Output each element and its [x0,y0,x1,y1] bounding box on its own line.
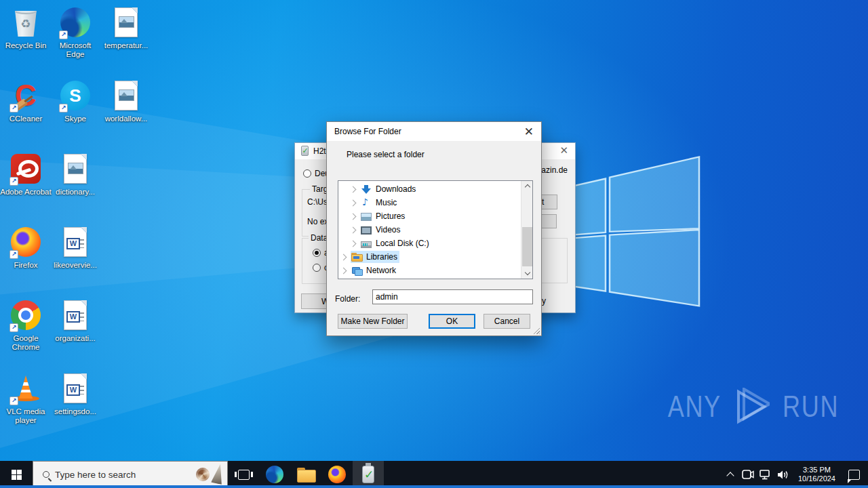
tree-item-videos[interactable]: Videos [338,223,532,237]
radio-icon[interactable] [303,169,311,178]
desktop-icon-recycle-bin[interactable]: ♻ Recycle Bin [0,5,52,50]
desktop-icon-worldallow[interactable]: worldallow... [100,79,152,123]
tree-scrollbar[interactable] [521,181,532,279]
taskbar-file-explorer-button[interactable] [290,461,321,488]
dialog-close-icon[interactable]: ✕ [524,125,534,139]
radio-selected-icon[interactable] [313,249,321,257]
search-highlight-shells-image[interactable] [196,464,224,485]
watermark-text-any: ANY [668,390,722,424]
scroll-down-icon[interactable] [521,268,533,279]
search-icon [43,471,50,478]
folder-label: Folder: [335,294,360,304]
tree-item-downloads[interactable]: Downloads [338,182,532,196]
tree-item-pictures[interactable]: Pictures [338,209,532,223]
action-center-button[interactable] [842,461,865,488]
desktop-icon-label: Firefox [0,261,52,270]
videos-icon [361,226,372,235]
resize-grip[interactable] [533,327,540,334]
ethernet-icon [760,470,771,480]
chevron-right-icon[interactable] [340,253,347,260]
desktop-icon-label: dictionary... [50,188,101,197]
desktop-icon-dictionary[interactable]: dictionary... [50,152,101,197]
word-file-icon: W [59,225,92,259]
scroll-up-icon[interactable] [521,181,533,191]
chevron-right-icon[interactable] [350,240,357,247]
image-file-icon [110,79,142,113]
dialog-titlebar[interactable]: Browse For Folder ✕ [327,122,541,141]
desktop-icon-label: CCleaner [0,115,52,123]
cancel-button[interactable]: Cancel [484,314,530,329]
h2testw-verify-fragment: y [542,296,546,306]
desktop-icon-temperatur[interactable]: temperatur... [100,5,152,50]
browse-for-folder-dialog[interactable]: Browse For Folder ✕ Please select a fold… [326,121,542,336]
firefox-icon: ↗ [9,225,42,259]
chevron-right-icon[interactable] [350,186,357,192]
chevron-right-icon[interactable] [340,267,347,274]
speaker-icon [777,470,789,480]
task-view-icon [238,470,250,480]
taskbar-search[interactable] [33,461,228,488]
scrollbar-thumb[interactable] [522,227,532,266]
network-icon [351,265,362,276]
clock-time: 3:35 PM [798,466,835,474]
edge-icon: ↗ [59,5,92,39]
search-input[interactable] [55,470,170,480]
h2testw-target-path: C:\Us [307,197,328,207]
tree-item-local-disk-c[interactable]: Local Disk (C:) [338,237,532,250]
desktop-icon-firefox[interactable]: ↗ Firefox [0,225,52,270]
network-tray-button[interactable] [757,461,774,488]
folder-tree[interactable]: Downloads Music Pictures Videos Local Di [338,180,533,279]
make-new-folder-button[interactable]: Make New Folder [338,314,408,329]
task-view-button[interactable] [228,461,259,488]
desktop-icon-microsoft-edge[interactable]: ↗ Microsoft Edge [50,5,101,59]
anyrun-play-logo-icon [734,388,770,426]
desktop-icon-vlc[interactable]: ↗ VLC media player [0,371,52,425]
taskbar-edge-button[interactable] [259,461,290,488]
selected-tree-item-highlight: Libraries [351,251,399,263]
windows-logo-icon [12,470,22,480]
file-explorer-icon [297,468,315,481]
chevron-right-icon[interactable] [350,199,357,206]
taskbar-firefox-button[interactable] [321,461,353,488]
meet-now-button[interactable] [740,461,756,488]
desktop-icon-ccleaner[interactable]: C ↗ CCleaner [0,79,52,123]
desktop-icon-label: likeovervie... [50,261,101,270]
volume-tray-button[interactable] [775,461,791,488]
desktop-icon-organizati[interactable]: W organizati... [50,298,101,343]
hidden-icons-chevron[interactable] [722,461,738,488]
watermark-text-run: RUN [783,390,839,424]
desktop-icon-likeoverview[interactable]: W likeovervie... [50,225,101,270]
chevron-up-icon [726,472,734,479]
libraries-icon [351,251,362,262]
desktop-icon-label: Skype [50,115,101,123]
camera-icon [742,470,754,479]
radio-icon[interactable] [313,264,321,272]
shortcut-arrow-icon: ↗ [9,396,18,405]
shortcut-arrow-icon: ↗ [59,30,68,39]
desktop-icon-google-chrome[interactable]: ↗ Google Chrome [0,298,52,352]
tree-item-music[interactable]: Music [338,196,532,209]
desktop-icon-adobe-acrobat[interactable]: ↗ Adobe Acrobat [0,152,52,197]
folder-name-input[interactable] [372,289,533,304]
shortcut-arrow-icon: ↗ [59,104,68,113]
h2testw-app-icon [299,146,310,157]
chevron-right-icon[interactable] [350,213,357,220]
desktop-icon-settingsdo[interactable]: W settingsdo... [50,371,101,416]
word-file-icon: W [59,371,92,405]
desktop-icon-label: Microsoft Edge [50,41,101,59]
desktop-icon-skype[interactable]: S ↗ Skype [50,79,101,123]
chevron-right-icon[interactable] [350,226,357,233]
start-button[interactable] [0,461,33,488]
skype-icon: S ↗ [59,79,92,113]
tree-item-network[interactable]: Network [338,264,532,277]
taskbar-h2testw-button-active[interactable] [353,461,384,488]
disk-icon [361,241,372,248]
taskbar-clock[interactable]: 3:35 PM 10/16/2024 [793,466,841,483]
h2testw-close-icon[interactable]: ✕ [559,144,568,157]
tree-item-libraries[interactable]: Libraries [338,250,532,264]
h2testw-icon [362,466,374,483]
image-file-icon [110,5,142,39]
image-file-icon [59,152,92,186]
shortcut-arrow-icon: ↗ [9,250,18,259]
ok-button[interactable]: OK [429,314,475,329]
